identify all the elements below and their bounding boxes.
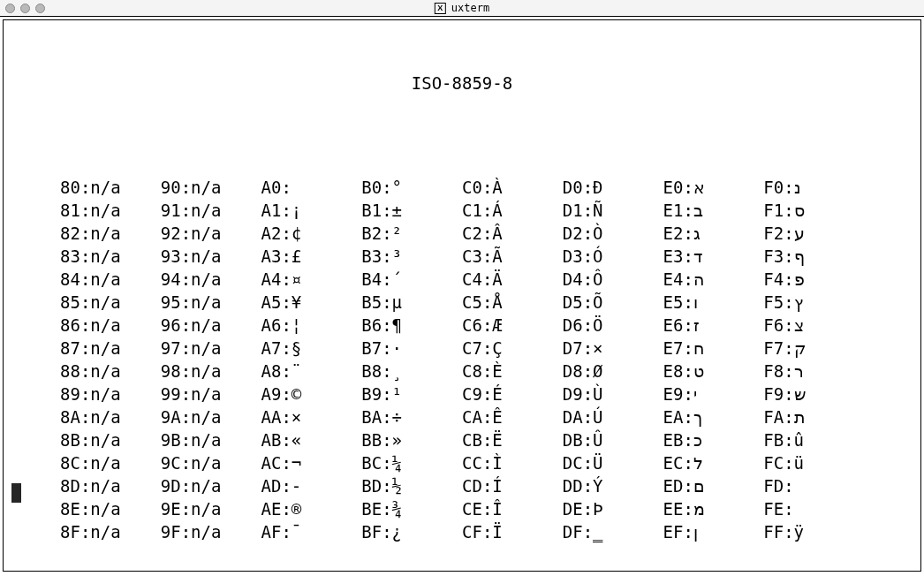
hex-code: E0 bbox=[663, 176, 684, 199]
codepage-cell: A1:¡ bbox=[261, 199, 337, 222]
codepage-cell: B1:± bbox=[361, 199, 437, 222]
codepage-cell: A7:§ bbox=[261, 337, 337, 360]
separator: : bbox=[382, 383, 391, 405]
glyph: n/a bbox=[90, 245, 120, 268]
separator: : bbox=[281, 383, 291, 405]
separator: : bbox=[583, 451, 593, 474]
separator: : bbox=[683, 245, 693, 268]
hex-code: CF bbox=[462, 520, 482, 543]
codepage-cell: FF:ÿ bbox=[763, 520, 839, 543]
glyph: ש bbox=[794, 383, 806, 405]
glyph: n/a bbox=[90, 383, 120, 405]
glyph: À bbox=[492, 176, 502, 199]
glyph: נ bbox=[794, 176, 801, 199]
glyph: ¨ bbox=[292, 360, 301, 383]
glyph: Ó bbox=[593, 245, 602, 268]
separator: : bbox=[482, 337, 492, 360]
hex-code: 82 bbox=[60, 222, 80, 245]
hex-code: D6 bbox=[563, 314, 583, 337]
hex-code: A1 bbox=[261, 199, 282, 222]
glyph: ו bbox=[693, 291, 698, 314]
codepage-cell: CC:Ì bbox=[462, 451, 538, 474]
separator: : bbox=[80, 520, 90, 543]
codepage-cell: 87:n/a bbox=[60, 337, 136, 360]
glyph: צ bbox=[794, 314, 804, 337]
glyph: n/a bbox=[191, 360, 221, 383]
hex-code: C5 bbox=[462, 291, 482, 314]
codepage-cell: B5:µ bbox=[361, 291, 437, 314]
separator: : bbox=[181, 222, 191, 245]
hex-code: 8B bbox=[60, 428, 80, 451]
codepage-grid: 80:n/a81:n/a82:n/a83:n/a84:n/a85:n/a86:n… bbox=[11, 176, 913, 543]
close-button[interactable] bbox=[5, 4, 15, 13]
hex-code: EE bbox=[663, 497, 684, 520]
glyph: ץ bbox=[794, 291, 803, 314]
separator: : bbox=[281, 268, 291, 291]
glyph: ר bbox=[794, 360, 804, 383]
window-titlebar[interactable]: X uxterm bbox=[0, 0, 924, 17]
window-controls bbox=[5, 4, 45, 13]
glyph: ק bbox=[794, 337, 806, 360]
codepage-cell: E1:ב bbox=[663, 199, 739, 222]
glyph: n/a bbox=[191, 337, 221, 360]
separator: : bbox=[382, 360, 391, 383]
hex-code: BD bbox=[361, 474, 382, 497]
codepage-cell: EB:כ bbox=[663, 428, 739, 451]
glyph: Ì bbox=[492, 451, 502, 474]
glyph: « bbox=[292, 428, 301, 451]
glyph: א bbox=[693, 176, 705, 199]
hex-code: D3 bbox=[563, 245, 583, 268]
glyph: ± bbox=[392, 199, 402, 222]
separator: : bbox=[583, 291, 593, 314]
codepage-cell: BF:¿ bbox=[361, 520, 437, 543]
hex-code: E6 bbox=[663, 314, 684, 337]
hex-code: A2 bbox=[261, 222, 282, 245]
hex-code: AB bbox=[261, 428, 282, 451]
hex-code: 88 bbox=[60, 360, 80, 383]
glyph: Í bbox=[492, 474, 502, 497]
hex-code: 8A bbox=[60, 405, 80, 428]
hex-code: F0 bbox=[763, 176, 784, 199]
separator: : bbox=[482, 314, 492, 337]
codepage-cell: E9:י bbox=[663, 383, 739, 405]
glyph: § bbox=[292, 337, 301, 360]
separator: : bbox=[683, 360, 693, 383]
separator: : bbox=[181, 405, 191, 428]
hex-code: E5 bbox=[663, 291, 684, 314]
codepage-cell: CA:Ê bbox=[462, 405, 538, 428]
codepage-column: 90:n/a91:n/a92:n/a93:n/a94:n/a95:n/a96:n… bbox=[161, 176, 261, 543]
separator: : bbox=[683, 383, 693, 405]
page-title: ISO-8859-8 bbox=[11, 72, 913, 95]
separator: : bbox=[181, 497, 191, 520]
glyph: n/a bbox=[90, 405, 120, 428]
glyph: n/a bbox=[191, 451, 221, 474]
codepage-cell: A2:¢ bbox=[261, 222, 337, 245]
glyph: n/a bbox=[90, 314, 120, 337]
hex-code: C6 bbox=[462, 314, 482, 337]
glyph: כ bbox=[693, 428, 702, 451]
terminal-viewport[interactable]: ISO-8859-8 80:n/a81:n/a82:n/a83:n/a84:n/… bbox=[3, 19, 921, 572]
hex-code: DD bbox=[563, 474, 583, 497]
glyph bbox=[292, 176, 301, 199]
codepage-cell: 9B:n/a bbox=[161, 428, 237, 451]
separator: : bbox=[482, 199, 492, 222]
hex-code: 96 bbox=[161, 314, 181, 337]
codepage-cell: 93:n/a bbox=[161, 245, 237, 268]
hex-code: DF bbox=[563, 520, 583, 543]
glyph: £ bbox=[292, 245, 301, 268]
glyph: ¡ bbox=[292, 199, 301, 222]
hex-code: 81 bbox=[60, 199, 80, 222]
minimize-button[interactable] bbox=[20, 4, 30, 13]
separator: : bbox=[281, 428, 291, 451]
glyph: n/a bbox=[191, 245, 221, 268]
codepage-cell: F0:נ bbox=[763, 176, 839, 199]
separator: : bbox=[583, 474, 593, 497]
hex-code: DB bbox=[563, 428, 583, 451]
hex-code: 8C bbox=[60, 451, 80, 474]
separator: : bbox=[281, 337, 291, 360]
separator: : bbox=[80, 245, 90, 268]
zoom-button[interactable] bbox=[35, 4, 45, 13]
glyph: ע bbox=[794, 222, 805, 245]
glyph: © bbox=[292, 383, 301, 405]
codepage-column: C0:ÀC1:ÁC2:ÂC3:ÃC4:ÄC5:ÅC6:ÆC7:ÇC8:ÈC9:É… bbox=[462, 176, 563, 543]
